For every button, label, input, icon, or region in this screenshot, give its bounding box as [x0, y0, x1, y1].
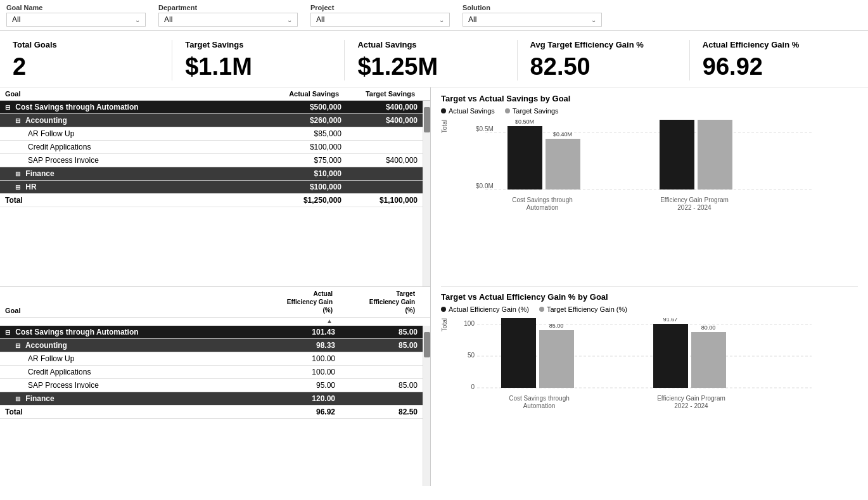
expand-icon[interactable]: ⊞ [15, 184, 20, 191]
chart1-legend-actual-label: Actual Savings [449, 107, 495, 115]
filter-project-select[interactable]: All ⌄ [310, 13, 450, 27]
efficiency-table-section: Goal ActualEfficiency Gain(%) TargetEffi… [0, 287, 430, 486]
filter-project: Project All ⌄ [310, 4, 450, 27]
table-row[interactable]: Total $1,250,000 $1,100,000 [0, 194, 423, 207]
chevron-down-icon: ⌄ [439, 16, 444, 23]
filter-solution-select[interactable]: All ⌄ [463, 13, 602, 27]
td-target-efficiency: 85.00 [335, 328, 418, 337]
savings-table-body[interactable]: ⊟ Cost Savings through Automation $500,0… [0, 101, 423, 286]
goal-label: Total [5, 407, 23, 416]
efficiency-scrollbar[interactable] [423, 326, 430, 486]
td-goal: ⊞ Finance [5, 169, 265, 178]
table-row[interactable]: Credit Applications 100.00 [0, 366, 423, 379]
expand-icon[interactable]: ⊟ [5, 104, 10, 111]
kpi-avg-target-efficiency-label: Avg Target Efficiency Gain % [530, 40, 644, 49]
td-target: $1,100,000 [341, 196, 418, 205]
goal-label: Cost Savings through Automation [15, 328, 138, 337]
chart1-svg: $0.5M $0.0M $0.50M $0.40M $0.75M [450, 120, 818, 243]
table-row[interactable]: SAP Process Invoice 95.00 85.00 [0, 379, 423, 392]
th-target-savings: Target Savings [339, 90, 415, 98]
td-goal: AR Follow Up [5, 129, 265, 138]
table-row[interactable]: ⊞ HR $100,000 [0, 181, 423, 194]
goal-label: AR Follow Up [28, 354, 74, 363]
expand-icon[interactable]: ⊞ [15, 395, 20, 402]
td-actual-efficiency: 95.00 [253, 381, 335, 390]
chart1-bar-target-2 [698, 120, 732, 189]
kpi-total-goals-value: 2 [13, 53, 26, 80]
td-actual: $75,000 [265, 156, 341, 165]
filter-department: Department All ⌄ [158, 4, 298, 27]
svg-text:0: 0 [471, 383, 475, 390]
chart2-bar-actual-1 [501, 318, 536, 388]
efficiency-table-body[interactable]: ⊟ Cost Savings through Automation 101.43… [0, 326, 423, 486]
chart1-bar-actual-2 [660, 120, 694, 189]
goal-label: Finance [25, 169, 54, 178]
kpi-actual-efficiency-value: 96.92 [703, 53, 763, 80]
kpi-total-goals: Total Goals 2 [6, 40, 172, 80]
td-actual-efficiency: 120.00 [253, 394, 335, 403]
svg-text:2022 - 2024: 2022 - 2024 [677, 204, 712, 211]
chart2-bar-actual-2 [653, 324, 688, 388]
expand-icon[interactable]: ⊟ [15, 117, 20, 124]
td-target-efficiency: 82.50 [335, 407, 418, 416]
chart1-bar-actual-1 [507, 126, 542, 189]
th-target-efficiency: TargetEfficiency Gain(%) [333, 290, 415, 314]
expand-icon[interactable]: ⊟ [15, 342, 20, 349]
kpi-target-savings-label: Target Savings [185, 40, 243, 49]
filter-department-select[interactable]: All ⌄ [158, 13, 298, 27]
kpi-target-savings-value: $1.1M [185, 53, 252, 80]
savings-scrollbar[interactable] [423, 101, 430, 286]
table-row[interactable]: ⊟ Accounting 98.33 85.00 [0, 339, 423, 352]
chart1-legend-target: Target Savings [505, 107, 559, 115]
td-goal: ⊟ Accounting [5, 341, 253, 350]
table-row[interactable]: AR Follow Up 100.00 [0, 352, 423, 366]
filter-solution: Solution All ⌄ [463, 4, 602, 27]
td-goal: Credit Applications [5, 368, 253, 376]
goal-label: Finance [25, 394, 54, 403]
savings-scroll-thumb[interactable] [424, 107, 430, 132]
td-actual: $10,000 [265, 169, 341, 178]
filter-bar: Goal Name All ⌄ Department All ⌄ Project… [0, 0, 868, 31]
svg-text:$0.50M: $0.50M [515, 120, 534, 125]
expand-icon[interactable]: ⊟ [5, 329, 10, 336]
table-row[interactable]: Credit Applications $100,000 [0, 141, 423, 154]
chart1-title: Target vs Actual Savings by Goal [441, 94, 858, 103]
kpi-actual-savings-value: $1.25M [357, 53, 438, 80]
kpi-actual-efficiency: Actual Efficiency Gain % 96.92 [690, 40, 862, 80]
td-actual-efficiency: 100.00 [253, 354, 335, 363]
th-goal-2: Goal [5, 307, 250, 314]
filter-goal-name-select[interactable]: All ⌄ [6, 13, 146, 27]
chart1-legend-target-label: Target Savings [513, 107, 559, 115]
goal-label: Accounting [25, 116, 67, 125]
svg-text:Automation: Automation [523, 402, 556, 409]
svg-text:80.00: 80.00 [701, 324, 716, 331]
td-goal: ⊟ Cost Savings through Automation [5, 103, 265, 112]
filter-project-value: All [316, 15, 324, 24]
table-row[interactable]: ⊟ Cost Savings through Automation $500,0… [0, 101, 423, 114]
table-row[interactable]: AR Follow Up $85,000 [0, 127, 423, 141]
efficiency-scroll-thumb[interactable] [424, 332, 430, 357]
td-actual-efficiency: 100.00 [253, 368, 335, 376]
table-row[interactable]: ⊞ Finance $10,000 [0, 167, 423, 181]
table-row[interactable]: ⊟ Accounting $260,000 $400,000 [0, 114, 423, 127]
legend-actual-dot-2 [441, 307, 446, 312]
chart2-legend-actual-label: Actual Efficiency Gain (%) [449, 305, 529, 313]
td-actual-efficiency: 96.92 [253, 407, 335, 416]
chart2-bar-target-1 [539, 330, 574, 388]
goal-label: Credit Applications [28, 143, 91, 151]
chart2-y-label: Total [441, 318, 448, 331]
td-actual: $100,000 [265, 183, 341, 191]
kpi-target-savings: Target Savings $1.1M [172, 40, 345, 80]
table-row[interactable]: ⊟ Cost Savings through Automation 101.43… [0, 326, 423, 339]
table-row[interactable]: Total 96.92 82.50 [0, 406, 423, 419]
kpi-actual-savings: Actual Savings $1.25M [345, 40, 517, 80]
td-goal: Total [5, 407, 253, 416]
chart2-svg: 100 50 0 101.43 85.00 91.67 [450, 318, 818, 445]
filter-goal-name: Goal Name All ⌄ [6, 4, 146, 27]
goal-label: Credit Applications [28, 368, 91, 376]
table-row[interactable]: SAP Process Invoice $75,000 $400,000 [0, 154, 423, 167]
expand-icon[interactable]: ⊞ [15, 170, 20, 177]
svg-text:91.67: 91.67 [663, 318, 678, 323]
td-target-efficiency: 85.00 [335, 341, 418, 350]
table-row[interactable]: ⊞ Finance 120.00 [0, 392, 423, 406]
